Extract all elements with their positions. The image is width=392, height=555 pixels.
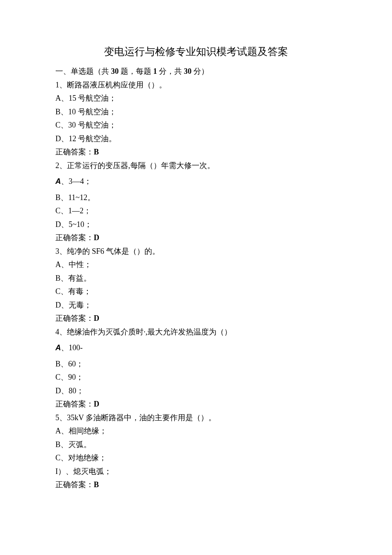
q4-answer-value: D [94, 400, 99, 408]
q4-answer: 正确答案：D [55, 398, 337, 411]
q2-option-d: D、5~10； [55, 218, 337, 232]
q5-option-a: A、相间绝缘； [55, 424, 337, 438]
q4-option-a-prefix: A [55, 343, 61, 352]
q1-answer-label: 正确答案： [55, 148, 94, 156]
q3-stem: 3、纯净的 SF6 气体是（）的。 [55, 245, 337, 259]
q4-option-c: C、90； [55, 371, 337, 384]
q3-option-a: A、中性； [55, 258, 337, 272]
q1-option-c: C、30 号航空油； [55, 119, 337, 132]
q5-stem: 5、35kV 多油断路器中，油的主要作用是（）。 [55, 411, 337, 425]
q1-answer-value: B [94, 148, 99, 156]
q5-answer-value: B [94, 480, 99, 489]
section-suffix: 分） [192, 67, 209, 76]
section-mid1: 题，每题 [119, 67, 153, 76]
q3-answer-value: D [94, 314, 99, 323]
q5-option-d: I）、熄灭电弧； [55, 465, 337, 479]
q5-option-c: C、对地绝缘； [55, 451, 337, 465]
q3-option-c: C、有毒； [55, 285, 337, 299]
q5-answer: 正确答案：B [55, 478, 337, 492]
q3-option-d: D、无毒； [55, 299, 337, 312]
q1-option-a: A、15 号航空油； [55, 92, 337, 105]
section-mid2: 分，共 [157, 67, 184, 76]
q1-answer: 正确答案：B [55, 145, 337, 159]
q5-option-b: B、灭弧。 [55, 438, 337, 452]
q4-option-b: B、60； [55, 357, 337, 371]
q2-option-c: C、1—2； [55, 204, 337, 218]
section-count1: 30 [111, 67, 119, 76]
q3-answer-label: 正确答案： [55, 314, 94, 323]
q2-option-a: A、3—4； [55, 175, 337, 189]
section-count3: 30 [184, 67, 192, 76]
q4-option-a: A、100- [55, 341, 337, 355]
q4-answer-label: 正确答案： [55, 400, 94, 408]
q1-stem: 1、断路器液压机构应使用（）。 [55, 78, 337, 92]
q2-answer-label: 正确答案： [55, 233, 94, 242]
section-header: 一、单选题（共 30 题，每题 1 分，共 30 分） [55, 65, 337, 78]
q1-option-b: B、10 号航空油； [55, 105, 337, 119]
q5-answer-label: 正确答案： [55, 480, 94, 489]
q3-answer: 正确答案：D [55, 312, 337, 325]
q4-option-d: D、80； [55, 384, 337, 398]
q4-option-a-rest: 、100- [61, 343, 83, 352]
q2-answer-value: D [94, 233, 99, 242]
q3-option-b: B、有益。 [55, 272, 337, 285]
q2-option-a-prefix: A [55, 177, 61, 186]
section-count2: 1 [153, 67, 157, 76]
q2-stem: 2、正常运行的变压器,每隔（）年需大修一次。 [55, 159, 337, 173]
document-title: 变电运行与检修专业知识模考试题及答案 [55, 43, 337, 61]
q2-option-b: B、11~12。 [55, 191, 337, 205]
q2-answer: 正确答案：D [55, 231, 337, 245]
section-prefix: 一、单选题（共 [55, 67, 111, 76]
q2-option-a-rest: 、3—4； [61, 177, 92, 186]
q4-stem: 4、绝缘油作为灭弧介质时·,最大允许发热温度为（） [55, 325, 337, 339]
q1-option-d: D、12 号航空油。 [55, 132, 337, 146]
